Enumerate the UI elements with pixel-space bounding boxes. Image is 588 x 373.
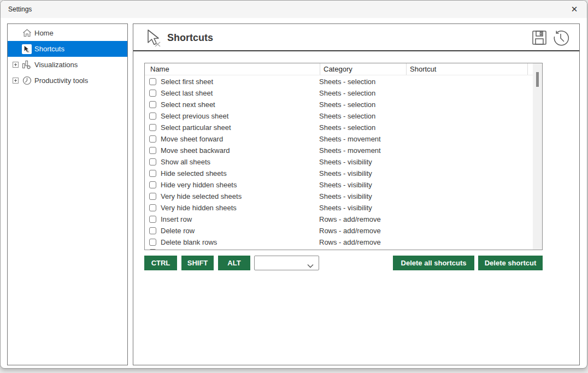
save-button[interactable] <box>531 29 548 48</box>
scrollbar-thumb[interactable] <box>536 72 539 87</box>
row-name-label: Very hide hidden sheets <box>161 204 319 212</box>
column-header-name[interactable]: Name <box>145 63 320 75</box>
row-checkbox[interactable] <box>149 90 156 97</box>
row-category-label: Sheets - selection <box>319 100 405 109</box>
chevron-down-icon <box>307 260 314 270</box>
row-checkbox[interactable] <box>149 239 156 246</box>
ctrl-modifier-button[interactable]: CTRL <box>144 256 177 270</box>
table-row[interactable]: Select last sheet Sheets - selection <box>145 87 533 99</box>
window-title: Settings <box>1 5 32 13</box>
row-name-label: Hide very hidden sheets <box>161 181 319 189</box>
table-row[interactable]: Show all sheets Sheets - visibility <box>145 156 533 168</box>
row-category-label: Sheets - visibility <box>319 158 405 166</box>
row-name-label: Hide selected sheets <box>161 169 319 177</box>
titlebar: Settings ✕ <box>1 1 587 18</box>
row-name-label: Select first sheet <box>161 78 319 86</box>
page-title: Shortcuts <box>167 24 213 51</box>
row-checkbox[interactable] <box>149 124 156 131</box>
expand-icon[interactable] <box>13 78 19 84</box>
table-header: Name Category Shortcut <box>145 63 533 75</box>
shortcuts-table: Name Category Shortcut Select first shee… <box>144 63 543 250</box>
sidebar-item-home[interactable]: Home <box>8 25 127 41</box>
row-name-label: Select last sheet <box>161 89 319 97</box>
row-checkbox[interactable] <box>149 204 156 211</box>
row-category-label: Rows - add/remove <box>319 227 405 235</box>
row-category-label: Sheets - visibility <box>319 204 405 212</box>
table-row[interactable]: Very hide selected sheets Sheets - visib… <box>145 191 533 202</box>
sidebar-item-label: Home <box>34 29 54 37</box>
table-row[interactable]: Move sheet forward Sheets - movement <box>145 133 533 145</box>
cursor-icon <box>22 44 32 54</box>
vertical-scrollbar[interactable] <box>533 63 542 250</box>
row-checkbox[interactable] <box>149 170 156 177</box>
row-name-label: Move sheet forward <box>161 135 319 143</box>
sidebar-item-visualizations[interactable]: Visualizations <box>8 57 127 73</box>
alt-modifier-button[interactable]: ALT <box>218 256 250 270</box>
table-row[interactable]: Hide selected sheets Sheets - visibility <box>145 168 533 179</box>
clock-icon <box>22 76 32 86</box>
row-name-label: Delete blank rows <box>161 238 319 246</box>
key-dropdown[interactable] <box>254 256 319 270</box>
shift-modifier-button[interactable]: SHIFT <box>181 256 214 270</box>
table-row[interactable]: Select previous sheet Sheets - selection <box>145 110 533 122</box>
delete-shortcut-button[interactable]: Delete shortcut <box>478 256 543 270</box>
chart-gear-icon <box>22 60 32 70</box>
row-checkbox[interactable] <box>149 101 156 108</box>
settings-window: Settings ✕ Home Shortcut <box>0 0 587 369</box>
row-checkbox[interactable] <box>149 249 156 250</box>
table-row[interactable] <box>145 248 533 250</box>
column-header-category[interactable]: Category <box>320 63 407 75</box>
row-checkbox[interactable] <box>149 113 156 120</box>
table-row[interactable]: Select next sheet Sheets - selection <box>145 99 533 110</box>
sidebar-item-label: Shortcuts <box>34 45 64 53</box>
sidebar-item-productivity-tools[interactable]: Productivity tools <box>8 73 127 88</box>
table-row[interactable]: Delete blank rows Rows - add/remove <box>145 236 533 248</box>
row-category-label: Sheets - movement <box>319 146 405 155</box>
table-row[interactable]: Very hide hidden sheets Sheets - visibil… <box>145 202 533 214</box>
history-icon[interactable] <box>552 29 569 49</box>
home-icon <box>22 28 32 38</box>
expand-icon[interactable] <box>13 62 19 68</box>
row-checkbox[interactable] <box>149 193 156 200</box>
row-category-label: Rows - add/remove <box>319 215 405 223</box>
row-category-label: Sheets - movement <box>319 135 405 143</box>
table-row[interactable]: Insert row Rows - add/remove <box>145 214 533 225</box>
row-checkbox[interactable] <box>149 158 156 165</box>
shortcut-rows: Select first sheet Sheets - selection Se… <box>145 76 533 250</box>
row-category-label: Sheets - selection <box>319 89 405 97</box>
row-name-label: Move sheet backward <box>161 146 319 155</box>
shortcuts-cursor-icon <box>144 28 164 50</box>
sidebar-item-label: Visualizations <box>34 61 78 69</box>
sidebar-item-label: Productivity tools <box>34 76 88 85</box>
row-category-label: Sheets - visibility <box>319 169 405 177</box>
table-row[interactable]: Delete row Rows - add/remove <box>145 225 533 236</box>
main-panel: Shortcuts Name Categ <box>133 23 580 365</box>
row-checkbox[interactable] <box>149 216 156 223</box>
column-header-shortcut[interactable]: Shortcut <box>407 63 528 75</box>
table-row[interactable]: Select particular sheet Sheets - selecti… <box>145 122 533 133</box>
row-checkbox[interactable] <box>149 78 156 85</box>
row-name-label: Select previous sheet <box>161 112 319 120</box>
row-name-label: Show all sheets <box>161 158 319 166</box>
row-category-label: Sheets - selection <box>319 78 405 86</box>
row-category-label: Sheets - selection <box>319 123 405 132</box>
row-checkbox[interactable] <box>149 227 156 234</box>
sidebar: Home Shortcuts <box>7 23 128 365</box>
row-name-label: Delete row <box>161 227 319 235</box>
sidebar-item-shortcuts[interactable]: Shortcuts <box>8 41 127 57</box>
row-category-label: Sheets - selection <box>319 112 405 120</box>
row-category-label: Sheets - visibility <box>319 192 405 200</box>
row-name-label: Select next sheet <box>161 100 319 109</box>
table-row[interactable]: Select first sheet Sheets - selection <box>145 76 533 87</box>
row-checkbox[interactable] <box>149 181 156 188</box>
table-row[interactable]: Hide very hidden sheets Sheets - visibil… <box>145 179 533 191</box>
row-name-label: Select particular sheet <box>161 123 319 132</box>
row-checkbox[interactable] <box>149 135 156 143</box>
row-checkbox[interactable] <box>149 147 156 154</box>
row-category-label: Sheets - visibility <box>319 181 405 189</box>
table-row[interactable]: Move sheet backward Sheets - movement <box>145 145 533 156</box>
row-name-label: Insert row <box>161 215 319 223</box>
delete-all-shortcuts-button[interactable]: Delete all shortcuts <box>393 256 474 270</box>
row-category-label: Rows - add/remove <box>319 238 405 246</box>
close-button[interactable]: ✕ <box>562 1 587 18</box>
